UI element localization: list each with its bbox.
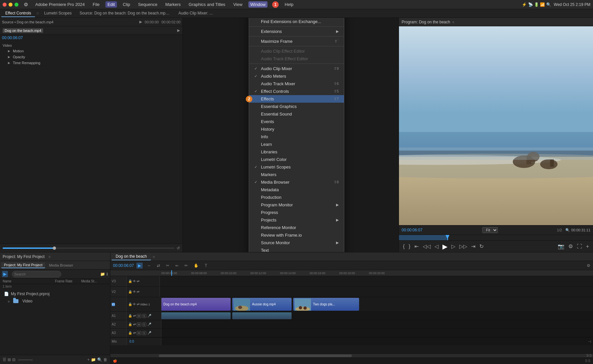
menu-effects[interactable]: Effects ⇧7 2 — [249, 95, 344, 103]
menu-history[interactable]: History — [249, 125, 344, 133]
reset-icon[interactable]: ↺ — [177, 246, 180, 250]
tl-tool-ripple[interactable]: ⇄ — [155, 263, 162, 269]
tl-tool-pen[interactable]: ✏ — [183, 263, 189, 269]
v3-sync[interactable]: ⇄ — [137, 279, 139, 283]
a1-clip-1[interactable] — [161, 312, 231, 319]
a1-mic[interactable]: 🎤 — [147, 314, 151, 318]
pb-step-back-frame[interactable]: ◁ — [433, 243, 440, 250]
pb-step-back[interactable]: ◁◁ — [421, 243, 432, 250]
v1-clip-2[interactable]: Aussie dog.mp4 — [232, 298, 292, 311]
menu-review-frameio[interactable]: Review with Frame.io — [249, 231, 344, 239]
menu-audio-track-mixer[interactable]: Audio Track Mixer ⇧6 — [249, 80, 344, 88]
footer-freeform-view[interactable]: ⊟ — [12, 357, 15, 362]
video-expand-arrow[interactable]: ▶ — [8, 299, 11, 303]
a2-solo[interactable]: S — [142, 323, 146, 326]
project-item-prproj[interactable]: 📄 My First Project.prproj — [0, 290, 110, 298]
menu-learn[interactable]: Learn — [249, 141, 344, 148]
pb-go-out[interactable]: ⇥ — [470, 243, 477, 250]
menu-window[interactable]: Window — [248, 1, 268, 8]
close-button[interactable] — [3, 3, 7, 7]
a3-lock[interactable]: 🔒 — [128, 331, 132, 335]
a2-mic[interactable]: 🎤 — [147, 323, 151, 326]
menu-audio-meters[interactable]: ✓ Audio Meters — [249, 72, 344, 80]
a2-lock[interactable]: 🔒 — [128, 323, 132, 326]
pb-settings[interactable]: ⚙ — [567, 243, 574, 250]
tab-effect-controls[interactable]: Effect Controls — [1, 10, 35, 17]
footer-list-view[interactable]: ☰ — [3, 357, 6, 362]
footer-zoom[interactable]: ○────○ — [18, 358, 33, 362]
menu-text[interactable]: Text — [249, 247, 344, 252]
minimize-button[interactable] — [9, 3, 13, 7]
menu-extensions[interactable]: Extensions ▶ — [249, 28, 344, 35]
menu-essential-graphics[interactable]: Essential Graphics — [249, 103, 344, 110]
menu-maximize-frame[interactable]: Maximize Frame ⇧` — [249, 38, 344, 45]
tl-scroll-right[interactable]: S·S — [586, 354, 592, 357]
mix-end-icon[interactable]: ⊣ — [588, 339, 591, 344]
tl-tool-razor[interactable]: ✂ — [164, 263, 171, 269]
tl-tool-track-select[interactable]: ↔ — [145, 263, 153, 269]
prog-fit-dropdown[interactable]: Fit — [482, 227, 498, 233]
pb-loop[interactable]: ↻ — [478, 243, 485, 250]
tl-tool-hand[interactable]: ✋ — [192, 263, 200, 269]
v3-lock[interactable]: 🔒 — [128, 279, 132, 283]
menu-info[interactable]: Info — [249, 133, 344, 141]
menu-app[interactable]: Adobe Premiere Pro 2024 — [33, 1, 87, 8]
menu-progress[interactable]: Progress — [249, 209, 344, 216]
menu-events[interactable]: Events — [249, 118, 344, 125]
pb-mark-out[interactable]: } — [407, 243, 411, 250]
a3-mute[interactable]: M — [137, 331, 141, 335]
menu-markers[interactable]: Markers — [249, 171, 344, 178]
menu-essential-sound[interactable]: Essential Sound — [249, 110, 344, 118]
pb-step-fwd[interactable]: ▷▷ — [458, 243, 468, 250]
menu-clip[interactable]: Clip — [121, 1, 132, 8]
a1-lock[interactable]: 🔒 — [128, 314, 132, 318]
pb-go-in[interactable]: ⇤ — [413, 243, 420, 250]
maximize-button[interactable] — [14, 3, 18, 7]
v1-clip-1[interactable]: Dog on the beach.mp4 — [161, 298, 231, 311]
tl-tool-slip[interactable]: ⇐ — [174, 263, 180, 269]
footer-delete[interactable]: 🗑 — [103, 357, 107, 362]
project-info[interactable]: ℹ — [106, 272, 108, 276]
footer-grid-view[interactable]: ⊞ — [8, 357, 11, 362]
pb-camera[interactable]: 📷 — [556, 243, 566, 250]
menu-edit[interactable]: Edit — [105, 1, 117, 8]
menu-help[interactable]: Help — [283, 1, 296, 8]
menu-markers[interactable]: Markers — [163, 1, 183, 8]
menu-projects[interactable]: Projects ▶ — [249, 216, 344, 224]
opacity-item[interactable]: ▶ Opacity — [3, 54, 180, 60]
footer-new-folder-2[interactable]: 📁 — [91, 357, 96, 362]
tab-audio-clip-mixer[interactable]: Audio Clip Mixer: ... — [174, 10, 216, 17]
a1-mute[interactable]: M — [137, 314, 141, 318]
menu-program-monitor[interactable]: Program Monitor ▶ — [249, 201, 344, 209]
timeline-scrollbar-thumb[interactable] — [159, 354, 352, 357]
menu-media-browser[interactable]: ✓ Media Browser ⇧8 — [249, 178, 344, 186]
a3-solo[interactable]: S — [142, 331, 146, 335]
project-item-video[interactable]: ▶ Video — [0, 298, 110, 305]
menu-metadata[interactable]: Metadata — [249, 186, 344, 194]
v2-eye[interactable]: 👁 — [133, 290, 136, 294]
pb-step-fwd-frame[interactable]: ▷ — [450, 243, 457, 250]
a3-mic[interactable]: 🎤 — [147, 331, 151, 335]
prog-zoom-icon[interactable]: 🔍 — [565, 228, 570, 232]
v1-eye[interactable]: 👁 — [133, 302, 136, 306]
menu-source-monitor[interactable]: Source Monitor ▶ — [249, 239, 344, 247]
pb-mark-in[interactable]: { — [402, 243, 406, 250]
menu-lumetri-scopes[interactable]: ✓ Lumetri Scopes — [249, 163, 344, 171]
footer-search-2[interactable]: 🔍 — [97, 357, 102, 362]
project-search-input[interactable] — [12, 271, 61, 277]
tab-project[interactable]: Project: My First Project — [1, 262, 45, 268]
menu-reference-monitor[interactable]: Reference Monitor — [249, 224, 344, 231]
v1-sync[interactable]: ⇄ — [137, 302, 139, 306]
tl-tool-selection[interactable]: ▶ — [136, 263, 143, 269]
menu-find-extensions[interactable]: Find Extensions on Exchange... — [249, 18, 344, 25]
program-menu-icon[interactable]: ≡ — [452, 20, 454, 24]
timeline-scrollbar-h[interactable]: S·S — [110, 353, 593, 357]
track-v1-content[interactable]: Dog on the beach.mp4 — [161, 297, 593, 311]
menu-production[interactable]: Production — [249, 194, 344, 201]
menu-lumetri-color[interactable]: Lumetri Color — [249, 156, 344, 163]
v2-lock[interactable]: 🔒 — [128, 290, 132, 294]
project-tool-select[interactable]: ▶ — [2, 271, 8, 277]
tab-source[interactable]: Source: Dog on the beach: Dog on the bea… — [75, 10, 174, 17]
pb-play[interactable]: ▶ — [441, 242, 449, 251]
footer-new-item[interactable]: + — [87, 357, 90, 362]
